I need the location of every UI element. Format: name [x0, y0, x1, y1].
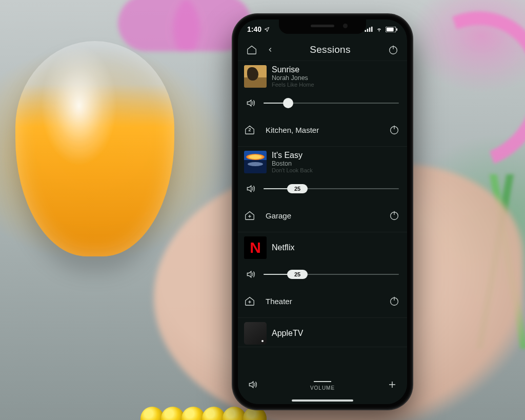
speaker-icon[interactable]	[246, 378, 259, 391]
volume-label: VOLUME	[310, 385, 335, 391]
volume-slider[interactable]: 25	[264, 274, 399, 275]
volume-decrease-button[interactable]	[309, 379, 336, 384]
header-title: Sessions	[282, 44, 381, 55]
volume-increase-button[interactable]	[386, 378, 399, 391]
volume-row: 25	[238, 261, 407, 288]
volume-slider[interactable]	[264, 103, 399, 104]
volume-slider[interactable]: 25	[264, 188, 399, 189]
volume-value-pill[interactable]: 25	[287, 270, 308, 279]
svg-marker-22	[249, 382, 253, 388]
track-album: Feels Like Home	[272, 82, 314, 88]
svg-rect-3	[371, 27, 373, 32]
session-media-row[interactable]: It's EasyBostonDon't Look Back	[238, 147, 407, 175]
volume-knob[interactable]	[283, 98, 293, 108]
phone-notch	[279, 19, 366, 34]
session-card[interactable]: SunriseNorah JonesFeels Like Home2Kitche…	[238, 61, 407, 147]
house-badge-icon[interactable]: 2	[244, 124, 255, 135]
sunglasses-decoration	[118, 0, 251, 51]
session-card[interactable]: It's EasyBostonDon't Look Back25Garage	[238, 147, 407, 232]
session-power-button[interactable]	[388, 209, 401, 222]
status-time: 1:40	[247, 25, 261, 33]
svg-rect-1	[367, 29, 369, 32]
track-artist: Boston	[272, 160, 313, 168]
svg-rect-0	[365, 30, 367, 32]
session-card[interactable]: Netflix25Theater	[238, 232, 407, 318]
juice-glass-decoration	[15, 41, 174, 256]
home-icon[interactable]	[245, 43, 258, 56]
svg-rect-2	[369, 28, 371, 32]
power-button[interactable]	[387, 43, 400, 56]
album-art	[244, 65, 267, 88]
home-indicator[interactable]	[292, 399, 353, 402]
rooms-row: 2Kitchen, Master	[238, 116, 407, 146]
svg-marker-12	[247, 186, 251, 192]
bracelet-decoration	[144, 407, 267, 420]
app-header: Sessions	[238, 39, 407, 61]
svg-rect-6	[396, 28, 397, 31]
media-text: It's EasyBostonDon't Look Back	[272, 151, 313, 173]
location-arrow-icon	[264, 27, 270, 32]
cellular-signal-icon	[365, 27, 373, 32]
album-art	[244, 236, 267, 259]
wifi-icon	[375, 27, 383, 32]
track-album: Don't Look Back	[272, 168, 313, 173]
session-media-row[interactable]: SunriseNorah JonesFeels Like Home	[238, 61, 407, 90]
track-title: Netflix	[272, 243, 294, 252]
album-art	[244, 322, 267, 345]
phone-screen: 1:40	[238, 19, 407, 404]
house-plus-icon[interactable]	[244, 210, 255, 221]
battery-icon	[386, 27, 398, 32]
speaker-icon[interactable]	[244, 182, 257, 195]
rooms-label: Garage	[262, 211, 380, 220]
svg-marker-9	[247, 100, 251, 106]
speaker-icon[interactable]	[244, 268, 257, 281]
session-media-row[interactable]: AppleTV	[238, 318, 407, 347]
sessions-list: SunriseNorah JonesFeels Like Home2Kitche…	[238, 61, 407, 347]
back-button[interactable]	[264, 43, 277, 56]
rooms-row: Theater	[238, 288, 407, 317]
bottom-volume-bar: VOLUME	[238, 371, 407, 404]
volume-value-pill[interactable]: 25	[287, 184, 308, 193]
session-power-button[interactable]	[388, 294, 401, 308]
rooms-row: Garage	[238, 202, 407, 232]
house-plus-icon[interactable]	[244, 295, 255, 307]
rooms-label: Theater	[262, 297, 380, 306]
session-media-row[interactable]: Netflix	[238, 232, 407, 261]
track-title: Sunrise	[272, 65, 314, 74]
svg-marker-17	[247, 271, 251, 277]
rooms-label: Kitchen, Master	[262, 126, 380, 134]
media-text: Netflix	[272, 243, 294, 252]
media-text: AppleTV	[272, 329, 303, 338]
track-title: It's Easy	[272, 151, 313, 160]
volume-row: 25	[238, 175, 407, 202]
speaker-icon[interactable]	[244, 96, 257, 110]
track-title: AppleTV	[272, 329, 303, 338]
minus-icon	[314, 381, 331, 382]
phone-frame: 1:40	[233, 14, 412, 409]
media-text: SunriseNorah JonesFeels Like Home	[272, 65, 314, 88]
volume-row	[238, 90, 407, 116]
lifestyle-photo-background: 1:40	[0, 0, 525, 420]
album-art	[244, 151, 267, 173]
session-power-button[interactable]	[388, 123, 401, 136]
track-artist: Norah Jones	[272, 74, 314, 82]
session-card[interactable]: AppleTV	[238, 318, 407, 347]
svg-rect-5	[387, 27, 394, 31]
